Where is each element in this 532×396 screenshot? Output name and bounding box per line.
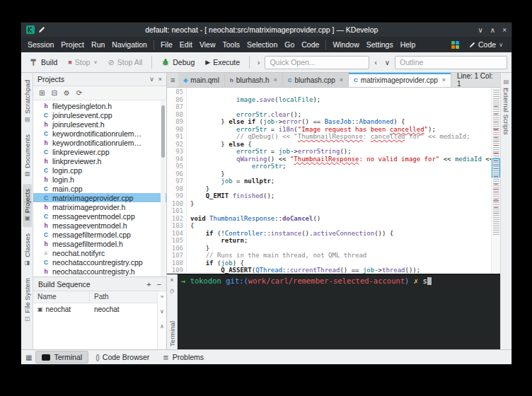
move-up-icon[interactable]: ∧ [160, 323, 164, 330]
prompt-git: ) [405, 276, 414, 285]
minimize-icon[interactable]: ∨ [478, 26, 483, 34]
file-item[interactable]: hfiletypesingleton.h [33, 101, 166, 110]
tab-blurhash-h[interactable]: hblurhash.h× [225, 73, 283, 87]
menu-selection[interactable]: Selection [243, 38, 281, 51]
quick-open-input[interactable] [265, 56, 369, 69]
file-item[interactable]: hjoinrulesevent.h [33, 120, 166, 129]
tab-blurhash-cpp[interactable]: Cblurhash.cpp× [283, 73, 349, 87]
gear-icon[interactable]: ⚙ [64, 89, 70, 97]
menu-file[interactable]: File [157, 38, 176, 51]
move-down-icon[interactable]: ∨ [160, 308, 164, 315]
file-item[interactable]: hmessagefiltermodel.h [33, 239, 166, 248]
remove-icon[interactable]: − [157, 280, 161, 289]
tab-main-qml[interactable]: ◆main.qml [178, 73, 225, 87]
document-list-icon[interactable]: ≡ [167, 73, 178, 87]
refresh-icon[interactable]: ⟳ [76, 89, 82, 97]
package-icon[interactable]: ⊟ [51, 89, 57, 97]
sidebar-tab-classes[interactable]: ◧Classes [23, 228, 32, 272]
file-item[interactable]: hmatriximageprovider.h [33, 202, 166, 211]
close-icon[interactable]: × [502, 26, 507, 34]
file-item[interactable]: hlogin.h [33, 175, 166, 184]
terminal-detach-icon[interactable]: ◇ [170, 287, 175, 294]
tree-scrollbar-thumb[interactable] [161, 105, 165, 158]
maximize-icon[interactable]: ∧ [490, 26, 495, 34]
stop-button[interactable]: ■ Stop ∨ [64, 56, 101, 69]
terminal-close-icon[interactable]: × [170, 276, 174, 284]
build-button[interactable]: Build [25, 56, 62, 69]
chevron-left-icon[interactable]: ‹ [371, 57, 379, 68]
tab-matriximageprovider-cpp[interactable]: Cmatriximageprovider.cpp× [349, 73, 451, 87]
outline-input[interactable] [395, 56, 507, 69]
sidebar-tab-projects[interactable]: ▣Projects [23, 184, 32, 227]
panel-menu-icon[interactable]: ∨ [149, 76, 154, 83]
panel-close-icon[interactable]: × [158, 76, 162, 83]
file-item[interactable]: Clinkpreviewer.cpp [33, 147, 166, 156]
minimap-viewport[interactable] [492, 158, 500, 177]
file-system-icon: ◫ [24, 316, 30, 322]
menu-run[interactable]: Run [88, 38, 108, 51]
stop-all-button[interactable]: ⊘ Stop All [104, 56, 147, 69]
file-item[interactable]: ⚙neochatconfig.kcfg [33, 276, 166, 276]
file-item[interactable]: Cneochataccountregistry.cpp [33, 257, 166, 267]
projects-panel-title: Projects [37, 75, 64, 83]
debug-button[interactable]: Debug [157, 56, 199, 69]
column-header-name[interactable]: Name [33, 291, 90, 303]
file-item[interactable]: hneochataccountregistry.h [33, 267, 166, 276]
line-number: 93 [167, 148, 183, 156]
code-menu-button[interactable]: Code ∨ [465, 39, 507, 50]
add-project-icon[interactable]: ⊞ [39, 89, 45, 97]
tab-close-icon[interactable]: × [340, 76, 343, 83]
minimap[interactable] [491, 88, 500, 274]
sidebar-tab-file-system[interactable]: ◫File System [23, 273, 32, 327]
build-sequence-row[interactable]: ▣neochatneochat [33, 303, 157, 315]
file-item[interactable]: Cmessagefiltermodel.cpp [33, 230, 166, 239]
menu-project[interactable]: Project [57, 38, 88, 51]
file-item[interactable]: hlinkpreviewer.h [33, 156, 166, 165]
chevron-down-icon[interactable]: ∨ [382, 57, 393, 68]
file-item[interactable]: Cmatriximageprovider.cpp [33, 193, 166, 202]
code-area[interactable]: image.save(localFile); errorStr.clear();… [187, 88, 491, 274]
file-name: login.cpp [52, 166, 82, 175]
file-item[interactable]: Cmessageeventmodel.cpp [33, 211, 166, 221]
menu-session[interactable]: Session [24, 38, 57, 51]
line-number-gutter[interactable]: 8586878889909192939495969798991001011021… [167, 88, 187, 274]
menu-go[interactable]: Go [281, 38, 298, 51]
sidebar-tab-documents[interactable]: ▥Documents [23, 129, 32, 182]
menu-view[interactable]: View [196, 38, 219, 51]
double-chevron-icon[interactable]: » [161, 293, 163, 300]
toolbar-expand-button[interactable]: › [255, 57, 262, 68]
tab-close-icon[interactable]: × [274, 76, 277, 83]
menu-code[interactable]: Code [298, 38, 323, 51]
kde-apps-grid-icon[interactable] [451, 41, 459, 49]
statusbar-code-browser-button[interactable]: () Code Browser [90, 351, 155, 363]
menu-tools[interactable]: Tools [219, 38, 244, 51]
sidebar-tab-scratchpad[interactable]: ▤Scratchpad [23, 75, 32, 128]
menu-help[interactable]: Help [397, 38, 420, 51]
file-item[interactable]: Cmain.cpp [33, 184, 166, 193]
terminal-output[interactable]: → tokodon git:(work/carl/remember-select… [178, 274, 500, 349]
tab-close-icon[interactable]: × [442, 76, 446, 83]
file-item[interactable]: ≡neochat.notifyrc [33, 248, 166, 257]
file-cpp-icon: C [42, 130, 50, 137]
execute-button[interactable]: ▶ Execute [201, 56, 244, 69]
file-item[interactable]: Ckeywordnotificationrulem… [33, 129, 166, 138]
modified-pencil-icon [38, 26, 45, 33]
execute-label: Execute [213, 58, 240, 66]
projects-icon: ▣ [24, 216, 30, 222]
column-header-path[interactable]: Path [90, 291, 157, 303]
statusbar-problems-button[interactable]: ≣ Problems [157, 351, 209, 363]
file-item[interactable]: hkeywordnotificationrulem… [33, 138, 166, 147]
file-item[interactable]: hmessageeventmodel.h [33, 221, 166, 230]
file-item[interactable]: Clogin.cpp [33, 165, 166, 175]
tree-scrollbar[interactable] [161, 100, 166, 276]
menu-navigation[interactable]: Navigation [108, 38, 151, 51]
dock-toggle-icon[interactable]: ▦ [25, 354, 32, 361]
statusbar-terminal-button[interactable]: Terminal [36, 351, 88, 363]
menu-window[interactable]: Window [329, 38, 362, 51]
file-item[interactable]: Cjoinrulesevent.cpp [33, 110, 166, 120]
sidebar-tab-external-scripts[interactable]: ▤ External Scripts [502, 78, 510, 135]
menu-edit[interactable]: Edit [176, 38, 196, 51]
titlebar[interactable]: default: neochat - [ neochat:src/matrixi… [21, 23, 511, 37]
add-icon[interactable]: + [146, 280, 151, 289]
menu-settings[interactable]: Settings [363, 38, 397, 51]
